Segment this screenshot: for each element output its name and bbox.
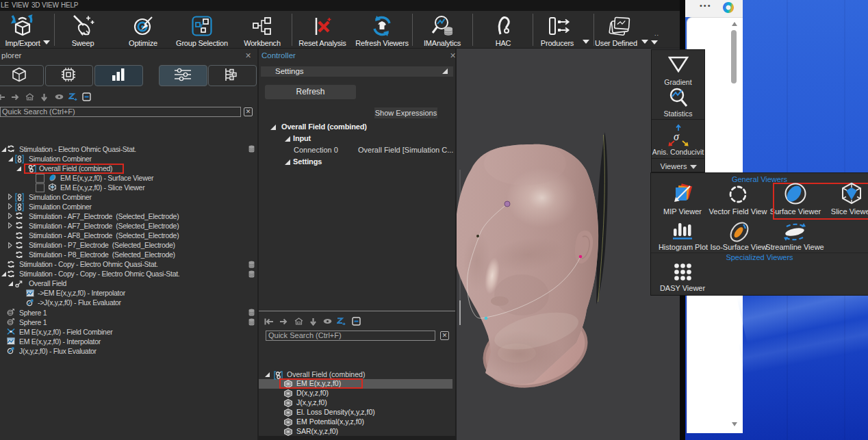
svg-text:σ: σ (674, 131, 680, 142)
